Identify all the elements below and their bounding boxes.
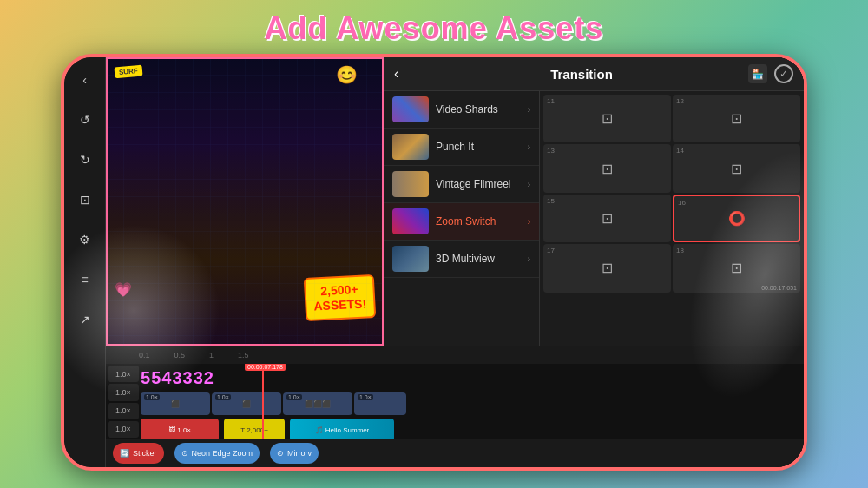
transition-item-video-shards[interactable]: Video Shards › [384,91,539,129]
num-3b: 3 [183,368,193,388]
video-segment-1[interactable]: 1.0× ⬛ [141,392,210,415]
arrow-punch: › [528,142,530,152]
export-icon[interactable]: ↗ [73,307,97,332]
mirror-label: Mirrorv [287,449,312,458]
arrow-vintage: › [528,180,530,189]
sticker-icon: 🔄 [120,449,129,458]
track-control-3[interactable]: 1.0× [108,403,139,419]
panel-body: Video Shards › Punch It › Vintage Filmre… [384,91,804,346]
mirror-toolbar-button[interactable]: ⊙ Mirrorv [270,443,319,464]
neon-toolbar-button[interactable]: ⊙ Neon Edge Zoom [174,443,260,464]
sticker-toolbar-button[interactable]: 🔄 Sticker [113,443,164,464]
grid-cell-13[interactable]: 13 ⊡ [543,144,671,192]
track-control-4[interactable]: 1.0× [108,421,139,438]
grid-cell-11[interactable]: 11 ⊡ [543,95,671,142]
track-control-2[interactable]: 1.0× [108,384,139,400]
num-2: 2 [204,368,214,388]
label-punch: Punch It [436,141,521,153]
cursor-time-label: 00:00:07.178 [245,364,286,371]
num-3c: 3 [194,368,203,388]
top-area: SURF 😊 💗 2,500+ ASSETS! [106,57,804,346]
panel-header-icons: 🏪 ✓ [748,64,793,83]
number-track: 5 5 4 3 3 3 2 [141,368,214,388]
grid-cell-12[interactable]: 12 ⊡ [673,95,800,142]
video-background: SURF 😊 💗 2,500+ ASSETS! [106,57,384,346]
bottom-toolbar: 🔄 Sticker ⊙ Neon Edge Zoom ⊙ Mirrorv [106,439,804,467]
mark-1-5: 1.5 [238,351,249,359]
panel-header: ‹ Transition 🏪 ✓ [384,57,804,91]
video-preview: SURF 😊 💗 2,500+ ASSETS! [106,57,384,346]
transition-grid: 11 ⊡ 12 ⊡ 13 ⊡ 14 ⊡ [540,91,804,346]
grid-18-stamp: 00:00:17.651 [761,285,797,291]
mirror-icon: ⊙ [277,449,284,458]
text-segment[interactable]: T 2,000+ [224,419,285,439]
thumb-video-shards [392,96,429,122]
undo-icon[interactable]: ↺ [73,108,97,132]
back-nav-icon[interactable]: ‹ [73,68,97,92]
ruler-marks: 0.1 0.5 1 1.5 [113,351,249,359]
track-video: 1.0× ⬛ 1.0× ⬛ 1.0× ⬛⬛⬛ 1.0× [141,392,804,416]
transition-item-3d[interactable]: 3D Multiview › [384,241,539,278]
sticker-label: Sticker [133,449,157,458]
page-title: Add Awesome Assets [265,0,604,54]
mark-1: 1 [209,351,214,359]
thumb-zoom-switch [392,208,429,234]
mark-0-1: 0.1 [139,351,150,359]
tracks-container: 5 5 4 3 3 3 2 1.0× ⬛ [141,364,804,439]
video-segment-4[interactable]: 1.0× [354,392,406,415]
num-4: 4 [161,368,171,388]
store-icon[interactable]: 🏪 [748,64,767,83]
layers-icon[interactable]: ≡ [73,267,97,292]
settings-icon[interactable]: ⚙ [73,228,97,252]
neon-label: Neon Edge Zoom [192,449,253,458]
panel-back-button[interactable]: ‹ [394,66,415,82]
track-numbers: 5 5 4 3 3 3 2 [141,366,804,390]
timeline-area: 0.1 0.5 1 1.5 1.0× 1.0× 1.0× 1.0× [106,346,804,467]
track-effects: 🖼 1.0× T 2,000+ 🎵 Hello Summer [141,418,804,439]
label-3d-multiview: 3D Multiview [436,253,521,265]
arrow-video-shards: › [528,105,530,115]
num-5a: 5 [141,368,150,388]
neon-icon: ⊙ [181,449,188,458]
sticker-segment[interactable]: 🖼 1.0× [141,419,219,439]
label-vintage: Vintage Filmreel [436,178,521,190]
video-person [106,57,384,346]
grid-cell-17[interactable]: 17 ⊡ [543,244,671,292]
panel-title: Transition [422,67,741,82]
transition-item-vintage[interactable]: Vintage Filmreel › [384,166,539,203]
label-video-shards: Video Shards [436,103,521,115]
video-segment-2[interactable]: 1.0× ⬛ [212,392,281,415]
label-zoom-switch: Zoom Switch [436,215,521,228]
confirm-button[interactable]: ✓ [774,64,793,83]
crop-icon[interactable]: ⊡ [73,188,97,212]
timeline-cursor: 00:00:07.178 [262,364,264,439]
timeline-ruler: 0.1 0.5 1 1.5 [106,346,804,364]
grid-cell-14[interactable]: 14 ⊡ [673,144,800,192]
thumb-vintage [392,171,429,197]
num-3a: 3 [172,368,181,388]
timeline-tracks: 1.0× 1.0× 1.0× 1.0× 5 5 4 3 3 3 [106,364,804,439]
grid-cell-15[interactable]: 15 ⊡ [543,195,671,242]
thumb-3d-multiview [392,246,429,272]
video-segment-3[interactable]: 1.0× ⬛⬛⬛ [283,392,352,415]
right-panel: ‹ Transition 🏪 ✓ Video Shards › [384,57,804,346]
mark-0-5: 0.5 [174,351,186,359]
main-content: SURF 😊 💗 2,500+ ASSETS! [106,57,804,467]
thumb-punch [392,134,429,160]
track-left-controls: 1.0× 1.0× 1.0× 1.0× [106,364,141,439]
redo-icon[interactable]: ↻ [73,148,97,172]
phone-frame: ‹ ↺ ↻ ⊡ ⚙ ≡ ↗ SURF 😊 💗 2,500+ ASSETS! [61,54,807,471]
track-control-1[interactable]: 1.0× [108,366,139,382]
transition-list: Video Shards › Punch It › Vintage Filmre… [384,91,540,346]
arrow-3d-multiview: › [528,254,530,264]
arrow-zoom-switch: › [528,217,530,227]
left-sidebar: ‹ ↺ ↻ ⊡ ⚙ ≡ ↗ [64,57,106,467]
grid-cell-18[interactable]: 18 ⊡ 00:00:17.651 [673,244,800,292]
transition-item-zoom-switch[interactable]: Zoom Switch › [384,203,539,241]
num-5b: 5 [151,368,161,388]
music-segment[interactable]: 🎵 Hello Summer [290,419,394,439]
transition-item-punch[interactable]: Punch It › [384,129,539,166]
grid-cell-16[interactable]: 16 ⭕ [673,195,800,242]
